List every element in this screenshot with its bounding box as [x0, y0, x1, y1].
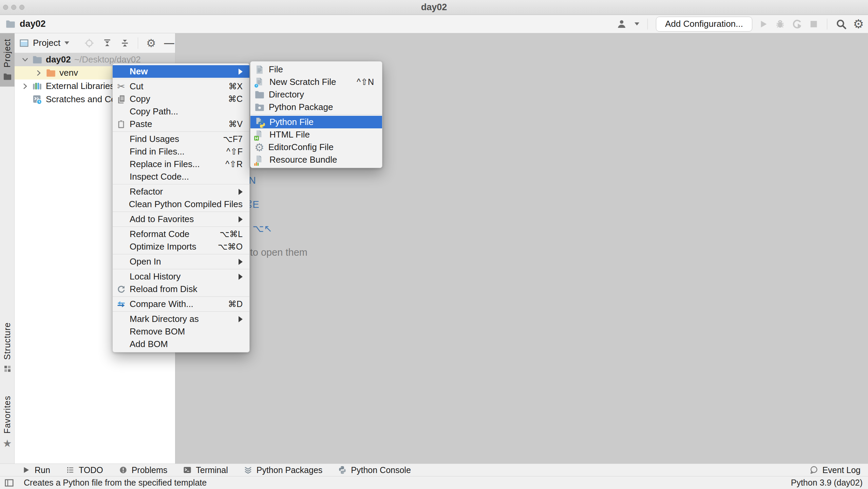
toolwindow-button-event-log[interactable]: Event Log	[809, 465, 861, 475]
new-scratch-file-icon	[254, 77, 265, 88]
project-crumb[interactable]: day02	[20, 19, 46, 29]
menu-item-label: Remove BOM	[130, 326, 185, 337]
chevron-down-icon	[21, 56, 29, 64]
menu-item-add-bom[interactable]: Add BOM	[113, 338, 249, 350]
menu-separator	[113, 212, 249, 212]
locate-file-icon[interactable]	[84, 38, 94, 48]
menu-item-shortcut: ⌥⌘O	[218, 242, 243, 252]
menu-item-clean-python-compiled-files[interactable]: Clean Python Compiled Files	[113, 198, 249, 211]
submenu-item-python-package[interactable]: Python Package	[250, 101, 382, 113]
menu-item-copy-path[interactable]: Copy Path...	[113, 105, 249, 118]
zoom-window-button[interactable]	[19, 5, 24, 10]
menu-item-local-history[interactable]: Local History	[113, 270, 249, 283]
menu-separator	[113, 296, 249, 297]
run-coverage-disabled-icon[interactable]	[792, 19, 803, 30]
menu-item-add-to-favorites[interactable]: Add to Favorites	[113, 213, 249, 225]
stripe-tab-favorites[interactable]: Favorites★	[0, 390, 15, 454]
menu-item-inspect-code[interactable]: Inspect Code...	[113, 170, 249, 183]
chevron-right-icon[interactable]	[19, 82, 31, 90]
submenu-item-label: Directory	[269, 89, 304, 100]
menu-item-cut[interactable]: ✂Cut⌘X	[113, 80, 249, 93]
stop-disabled-icon[interactable]	[809, 19, 819, 29]
tool-window-stripe: Project StructureFavorites★	[0, 33, 15, 464]
menu-item-shortcut: ^⇧R	[225, 159, 243, 169]
menu-item-label: Compare With...	[130, 299, 193, 309]
tree-item-label: day02	[46, 54, 71, 65]
menu-item-replace-in-files[interactable]: Replace in Files...^⇧R	[113, 158, 249, 170]
toggle-toolwindows-icon[interactable]	[4, 478, 14, 488]
file-icon	[254, 65, 265, 75]
search-icon[interactable]	[835, 18, 847, 30]
stripe-folder-icon	[3, 72, 12, 81]
run-icon	[22, 466, 31, 474]
menu-item-new[interactable]: New	[113, 65, 249, 78]
menu-item-paste[interactable]: Paste⌘V	[113, 118, 249, 130]
submenu-item-new-scratch-file[interactable]: New Scratch File^⇧N	[250, 76, 382, 88]
stripe-tab-structure[interactable]: Structure	[0, 317, 15, 379]
settings-gear-icon[interactable]: ⚙	[853, 18, 864, 30]
run-disabled-icon[interactable]	[758, 19, 769, 29]
event-log-area: Event Log	[809, 465, 861, 475]
menu-separator	[113, 227, 249, 227]
menu-item-open-in[interactable]: Open In	[113, 255, 249, 268]
collapse-all-icon[interactable]	[120, 38, 130, 48]
toolwindow-button-python-console[interactable]: Python Console	[338, 465, 411, 475]
panel-options-gear-icon[interactable]: ⚙	[146, 38, 156, 49]
pycharm-window: { "window": { "title": "day02" }, "toolb…	[0, 0, 868, 489]
submenu-arrow-icon	[239, 259, 243, 265]
expand-all-icon[interactable]	[102, 38, 112, 48]
add-configuration-button[interactable]: Add Configuration...	[656, 17, 752, 32]
menu-item-find-usages[interactable]: Find Usages⌥F7	[113, 133, 249, 145]
user-icon[interactable]	[616, 19, 627, 30]
hide-panel-icon[interactable]: —	[164, 40, 174, 46]
terminal-icon	[183, 466, 192, 474]
reload-icon	[116, 285, 126, 294]
stripe-bottom-tabs: StructureFavorites★	[0, 317, 15, 454]
chevron-down-icon[interactable]	[19, 56, 31, 64]
toolwindow-button-run[interactable]: Run	[22, 465, 50, 475]
menu-item-remove-bom[interactable]: Remove BOM	[113, 325, 249, 338]
submenu-arrow-icon	[239, 216, 243, 222]
menu-separator	[113, 79, 249, 79]
submenu-item-directory[interactable]: Directory	[250, 88, 382, 101]
submenu-arrow-icon	[239, 69, 243, 75]
menu-item-find-in-files[interactable]: Find in Files...^⇧F	[113, 145, 249, 158]
menu-item-optimize-imports[interactable]: Optimize Imports⌥⌘O	[113, 240, 249, 253]
menu-item-copy[interactable]: Copy⌘C	[113, 93, 249, 105]
python-interpreter[interactable]: Python 3.9 (day02)	[791, 478, 863, 488]
toolwindow-button-problems[interactable]: Problems	[119, 465, 168, 475]
submenu-item-resource-bundle[interactable]: Resource Bundle	[250, 153, 382, 166]
menu-item-reformat-code[interactable]: Reformat Code⌥⌘L	[113, 228, 249, 240]
menu-separator	[113, 254, 249, 254]
chevron-down-icon[interactable]	[64, 41, 69, 44]
toolwindow-button-python-packages[interactable]: Python Packages	[244, 465, 323, 475]
stripe-tab-project[interactable]: Project	[0, 33, 15, 87]
chevron-right-icon[interactable]	[33, 69, 44, 77]
close-window-button[interactable]	[3, 5, 8, 10]
window-controls[interactable]	[3, 5, 24, 10]
todo-icon	[66, 466, 75, 474]
submenu-item-label: New Scratch File	[269, 77, 336, 87]
debug-disabled-icon[interactable]	[775, 19, 786, 30]
breadcrumb[interactable]: day02	[0, 19, 46, 29]
minimize-window-button[interactable]	[11, 5, 16, 10]
copy-icon	[116, 94, 126, 104]
submenu-item-editorconfig-file[interactable]: ⚙EditorConfig File	[250, 141, 382, 153]
menu-item-reload-from-disk[interactable]: Reload from Disk	[113, 283, 249, 295]
menu-item-mark-directory-as[interactable]: Mark Directory as	[113, 313, 249, 325]
menu-item-refactor[interactable]: Refactor	[113, 185, 249, 198]
toolbar-right-actions: Add Configuration... ⚙	[616, 15, 864, 33]
toolwindow-button-label: Python Packages	[257, 465, 323, 475]
submenu-item-file[interactable]: File	[250, 63, 382, 76]
chevron-down-icon[interactable]	[635, 22, 639, 25]
project-panel-title[interactable]: Project	[33, 38, 60, 48]
menu-item-compare-with[interactable]: Compare With...⌘D	[113, 298, 249, 310]
submenu-item-label: Python File	[269, 117, 314, 127]
toolwindow-button-todo[interactable]: TODO	[66, 465, 103, 475]
menu-item-label: Cut	[130, 81, 143, 92]
submenu-item-html-file[interactable]: HTML File	[250, 128, 382, 141]
python-package-icon	[254, 102, 265, 112]
toolwindow-button-terminal[interactable]: Terminal	[183, 465, 228, 475]
menu-item-label: New	[130, 66, 148, 77]
submenu-item-python-file[interactable]: Python File	[250, 116, 382, 128]
